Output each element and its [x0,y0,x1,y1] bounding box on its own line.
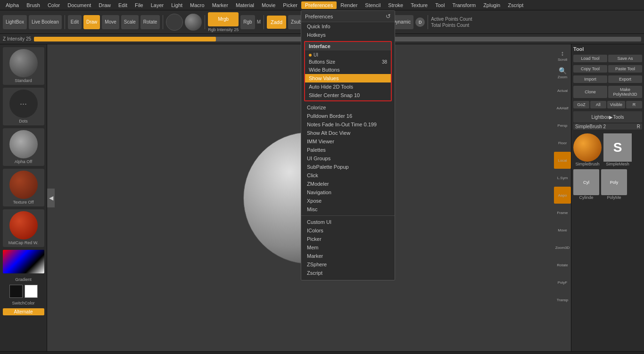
zmodeler-item[interactable]: ZModeler [301,180,395,188]
menu-texture[interactable]: Texture [407,1,431,9]
rgb-button[interactable]: Rgb [240,15,255,29]
click-item[interactable]: Click [301,171,395,180]
wide-buttons-item[interactable]: Wide Buttons [305,66,391,74]
menu-material[interactable]: Material [232,1,258,9]
white-swatch[interactable] [25,285,38,298]
gradient-swatch[interactable] [3,250,44,273]
move-right-button[interactable]: Move [554,222,571,239]
alpha-off-item[interactable]: Alpha Off [3,128,44,166]
menu-picker[interactable]: Picker [279,1,301,9]
edit-button[interactable]: Edit [68,15,82,29]
pref-refresh-icon[interactable]: ↺ [386,13,391,20]
simplebrush-preview-group[interactable]: SimpleBrush [573,133,602,166]
menu-edit[interactable]: Edit [115,1,131,9]
slider-footer-item[interactable]: Slider Center Snap 10 [305,91,391,99]
show-values-item[interactable]: Show Values [305,74,391,82]
floor-button[interactable]: Floor [554,134,571,151]
marker-item[interactable]: Marker [301,252,395,260]
menu-zscript[interactable]: Zscript [504,1,527,9]
subpalette-popup-item[interactable]: SubPalette Popup [301,163,395,171]
menu-macro[interactable]: Macro [186,1,208,9]
zoom3d-button[interactable]: Zoom3D [554,239,571,256]
standard-brush-item[interactable]: Standard [3,47,44,85]
menu-alpha[interactable]: Alpha [2,1,23,9]
brush-sphere[interactable] [185,14,202,31]
texture-off-item[interactable]: Texture Off [3,169,44,206]
clone-button[interactable]: Clone [573,86,607,98]
paste-tool-button[interactable]: Paste Tool [608,65,642,73]
aahalf-button[interactable]: AAHalf [554,99,571,116]
make-polymesh-button[interactable]: Make PolyMesh3D [608,86,642,98]
menu-tool[interactable]: Tool [431,1,448,9]
buttons-size-row[interactable]: Buttons Size 38 [305,58,391,66]
imm-viewer-item[interactable]: IMM Viewer [301,137,395,146]
transp-button[interactable]: Transp [554,291,571,308]
visible-button[interactable]: Visible [607,101,625,108]
r-button[interactable]: R [626,101,642,108]
colorize-item[interactable]: Colorize [301,103,395,112]
menu-stencil[interactable]: Stencil [361,1,384,9]
zoom-button[interactable]: 🔍 Zoom [554,65,571,82]
menu-brush[interactable]: Brush [23,1,44,9]
menu-transform[interactable]: Transform [448,1,479,9]
scroll-button[interactable]: ↕ Scroll [554,47,571,64]
load-tool-button[interactable]: Load Tool [573,55,607,62]
lightbox-tools-button[interactable]: Lightbox▶Tools [573,111,642,123]
menu-render[interactable]: Render [337,1,361,9]
live-boolean-button[interactable]: Live Boolean [29,15,62,29]
save-as-button[interactable]: Save As [608,55,642,62]
zadd-button[interactable]: Zadd [267,16,286,29]
menu-stroke[interactable]: Stroke [384,1,407,9]
dots-item[interactable]: ··· Dots [3,88,44,125]
d-button[interactable]: D [415,17,425,27]
icolors-item[interactable]: IColors [301,226,395,235]
misc-item[interactable]: Misc [301,205,395,214]
hotkeys-item[interactable]: Hotkeys [301,31,395,39]
menu-layer[interactable]: Layer [147,1,168,9]
menu-marker[interactable]: Marker [208,1,232,9]
zsphere-item[interactable]: ZSphere [301,260,395,269]
cylinder-preview-group[interactable]: Cyl Cylinde [573,169,599,200]
menu-document[interactable]: Document [64,1,95,9]
canvas-arrow-left[interactable]: ◀ [47,189,55,207]
alternate-button[interactable]: Alternate [3,308,44,315]
matcap-item[interactable]: MatCap Red W. [3,209,44,247]
menu-file[interactable]: File [131,1,147,9]
menu-draw[interactable]: Draw [95,1,115,9]
menu-light[interactable]: Light [167,1,186,9]
rotate-right-button[interactable]: Rotate [554,256,571,273]
notes-fade-item[interactable]: Notes Fade In-Out Time 0.199 [301,120,395,129]
material-sphere[interactable] [166,14,183,31]
ui-groups-item[interactable]: UI Groups [301,154,395,163]
custom-ui-item[interactable]: Custom UI [301,218,395,226]
persp-button[interactable]: Persp [554,117,571,134]
pulldown-border-item[interactable]: Pulldown Border 16 [301,112,395,120]
scale-button[interactable]: Scale [121,15,139,29]
black-swatch[interactable] [9,285,23,298]
lsym-button[interactable]: L.Sym [554,169,571,186]
actual-button[interactable]: Actual [554,82,571,99]
copy-tool-button[interactable]: Copy Tool [573,65,607,73]
frame-button[interactable]: Frame [554,204,571,221]
auto-hide-2d-item[interactable]: Auto Hide 2D Tools [305,82,391,91]
all-button[interactable]: All [590,101,606,108]
menu-color[interactable]: Color [44,1,64,9]
draw-button[interactable]: Draw [83,15,100,29]
simplei-preview-group[interactable]: S SimpleMesh [603,133,632,166]
picker-item[interactable]: Picker [301,235,395,243]
export-button[interactable]: Export [608,75,642,83]
mem-item[interactable]: Mem [301,243,395,252]
aapo-button[interactable]: Aapo [554,187,571,204]
quick-info-item[interactable]: Quick Info [301,22,395,31]
polyf-button[interactable]: PolyF [554,274,571,291]
rotate-button[interactable]: Rotate [140,15,160,29]
menu-zplugin[interactable]: Zplugin [479,1,504,9]
lightbox-button[interactable]: LightBox [3,15,27,29]
zscript-item[interactable]: Zscript [301,269,395,277]
xpose-item[interactable]: Xpose [301,197,395,205]
local-button[interactable]: Local [554,152,571,169]
show-alt-doc-item[interactable]: Show Alt Doc View [301,129,395,137]
menu-movie[interactable]: Movie [258,1,279,9]
polymesh-preview-group[interactable]: Poly PolyMe [601,169,627,200]
move-button[interactable]: Move [102,15,119,29]
